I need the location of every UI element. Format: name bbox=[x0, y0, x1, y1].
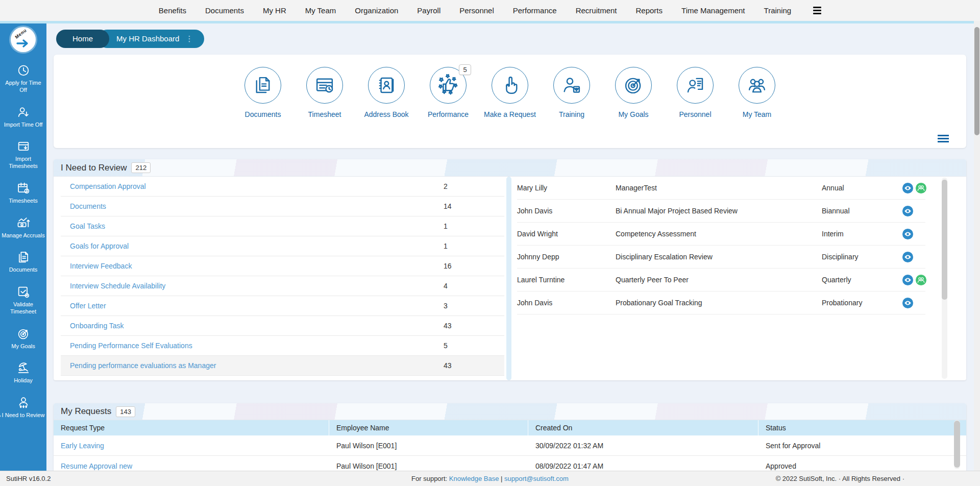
address-book-icon bbox=[376, 75, 397, 96]
review-category-row[interactable]: Offer Letter3 bbox=[61, 296, 504, 316]
card-menu-icon[interactable] bbox=[938, 135, 949, 142]
pending-review-row: John Davis Probationary Goal Tracking Pr… bbox=[517, 291, 925, 314]
tab-home[interactable]: Home bbox=[56, 30, 109, 48]
view-review-button[interactable] bbox=[902, 182, 914, 194]
team-review-button[interactable] bbox=[915, 182, 927, 194]
support-email-link[interactable]: support@sutisoft.com bbox=[504, 475, 569, 482]
nav-menu-icon[interactable] bbox=[813, 7, 821, 14]
target-icon bbox=[623, 75, 644, 96]
review-name: Disciplinary Escalation Review bbox=[616, 253, 822, 261]
review-category-row[interactable]: Onboarding Task43 bbox=[61, 316, 504, 336]
nav-time-management[interactable]: Time Management bbox=[681, 6, 745, 15]
request-type-link[interactable]: Early Leaving bbox=[61, 442, 104, 450]
sidebar-item-holiday[interactable]: Holiday bbox=[0, 361, 46, 384]
quick-access-card: Documents Timesheet Address Book 5 Perfo… bbox=[54, 55, 966, 148]
sidebar-item-timesheets[interactable]: Timesheets bbox=[0, 181, 46, 205]
view-review-button[interactable] bbox=[902, 251, 914, 263]
review-category-row[interactable]: Interview Schedule Availability4 bbox=[61, 276, 504, 296]
view-review-button[interactable] bbox=[902, 274, 914, 286]
person-stars-icon bbox=[16, 396, 31, 410]
sidebar-item-validate-timesheet[interactable]: Validate Timesheet bbox=[0, 285, 46, 315]
column-header-employee-name: Employee Name bbox=[329, 420, 528, 435]
gear-icon bbox=[0, 412, 2, 420]
sidebar-item-i-need-to-review[interactable]: I Need to Review bbox=[0, 396, 46, 419]
quick-action-my-team[interactable]: My Team bbox=[726, 67, 788, 119]
training-icon bbox=[561, 75, 582, 96]
documents-icon bbox=[252, 75, 274, 96]
sidebar-item-manage-accruals[interactable]: Manage Accruals bbox=[0, 216, 46, 239]
sidebar-item-import-timesheets[interactable]: Import Timesheets bbox=[0, 139, 46, 170]
review-category-row[interactable]: Interview Feedback16 bbox=[61, 256, 504, 276]
reviews-scrollbar[interactable] bbox=[942, 178, 947, 379]
sidebar-item-import-time-off[interactable]: Import Time Off bbox=[0, 105, 46, 129]
list-scrollbar[interactable] bbox=[506, 177, 511, 380]
review-category-row[interactable]: Goal Tasks1 bbox=[61, 216, 504, 236]
sidebar-item-documents[interactable]: Documents bbox=[0, 250, 46, 274]
nav-organization[interactable]: Organization bbox=[355, 6, 398, 15]
review-name: Bi Annual Major Project Based Review bbox=[616, 207, 822, 215]
quick-action-address-book[interactable]: Address Book bbox=[356, 67, 418, 119]
review-category-row[interactable]: Compensation Approval2 bbox=[61, 177, 504, 197]
review-category-row[interactable]: Goals for Approval1 bbox=[61, 236, 504, 256]
category-link[interactable]: Documents bbox=[70, 202, 106, 210]
category-link[interactable]: Interview Feedback bbox=[70, 262, 132, 270]
quick-action-make-a-request[interactable]: Make a Request bbox=[479, 67, 541, 119]
quick-action-personnel[interactable]: Personnel bbox=[665, 67, 726, 119]
category-link[interactable]: Offer Letter bbox=[70, 302, 106, 310]
request-created-on: 08/09/2022 01:47 AM bbox=[528, 462, 758, 470]
quick-action-my-goals[interactable]: My Goals bbox=[603, 67, 665, 119]
nav-my-hr[interactable]: My HR bbox=[263, 6, 286, 15]
menu-toggle-button[interactable]: Menu bbox=[11, 27, 36, 52]
review-category-row[interactable]: Pending performance evaluations as Manag… bbox=[61, 356, 504, 376]
quick-action-timesheet[interactable]: Timesheet bbox=[294, 67, 356, 119]
sidebar-item-my-goals[interactable]: My Goals bbox=[0, 327, 46, 350]
view-review-button[interactable] bbox=[902, 297, 914, 309]
requests-scrollbar[interactable] bbox=[954, 420, 960, 469]
view-review-button[interactable] bbox=[902, 228, 914, 240]
nav-documents[interactable]: Documents bbox=[205, 6, 244, 15]
view-review-button[interactable] bbox=[902, 205, 914, 217]
my-requests-header: My Requests 143 bbox=[54, 403, 966, 420]
separator: | bbox=[501, 475, 502, 482]
request-status: Approved bbox=[758, 462, 966, 470]
quick-action-performance[interactable]: 5 Performance bbox=[418, 67, 479, 119]
pending-review-row: David Wright Competency Assessment Inter… bbox=[517, 223, 925, 246]
documents-icon bbox=[16, 250, 31, 264]
tab-my-hr-dashboard[interactable]: My HR Dashboard ⋮ bbox=[98, 30, 204, 48]
quick-action-documents[interactable]: Documents bbox=[232, 67, 294, 119]
app-version: SutiHR v16.0.2 bbox=[6, 471, 51, 486]
tab-options-icon[interactable]: ⋮ bbox=[185, 30, 193, 48]
nav-reports[interactable]: Reports bbox=[636, 6, 663, 15]
i-need-to-review-section: I Need to Review 212 Compensation Approv… bbox=[54, 159, 966, 380]
support-label: For support: bbox=[411, 475, 447, 482]
employee-name: Laurel Turntine bbox=[517, 276, 616, 284]
category-link[interactable]: Compensation Approval bbox=[70, 182, 146, 190]
category-link[interactable]: Goal Tasks bbox=[70, 222, 105, 230]
request-type-link[interactable]: Resume Approval new bbox=[61, 462, 132, 470]
sidebar-item-apply-for-time-off[interactable]: Apply for Time Off bbox=[0, 63, 46, 94]
nav-payroll[interactable]: Payroll bbox=[417, 6, 440, 15]
employee-name: Johnny Depp bbox=[517, 253, 616, 261]
knowledge-base-link[interactable]: Knowledge Base bbox=[449, 475, 499, 482]
review-count-badge: 212 bbox=[131, 162, 151, 173]
team-review-button[interactable] bbox=[915, 274, 927, 286]
review-category-row[interactable]: Documents14 bbox=[61, 197, 504, 216]
quick-action-training[interactable]: Training bbox=[541, 67, 603, 119]
nav-benefits[interactable]: Benefits bbox=[159, 6, 186, 15]
category-link[interactable]: Interview Schedule Availability bbox=[70, 282, 165, 290]
category-link[interactable]: Goals for Approval bbox=[70, 242, 129, 250]
nav-training[interactable]: Training bbox=[764, 6, 792, 15]
nav-performance[interactable]: Performance bbox=[513, 6, 557, 15]
category-link[interactable]: Onboarding Task bbox=[70, 322, 124, 330]
review-category-row[interactable]: Pending Performance Self Evaluations5 bbox=[61, 336, 504, 356]
page-scrollbar[interactable] bbox=[974, 21, 980, 471]
category-link[interactable]: Pending performance evaluations as Manag… bbox=[70, 361, 216, 370]
category-link[interactable]: Pending Performance Self Evaluations bbox=[70, 342, 192, 350]
nav-recruitment[interactable]: Recruitment bbox=[576, 6, 617, 15]
top-navigation: Benefits Documents My HR My Team Organiz… bbox=[0, 0, 980, 21]
nav-personnel[interactable]: Personnel bbox=[459, 6, 494, 15]
main-content: Home My HR Dashboard ⋮ Documents Timeshe… bbox=[46, 23, 980, 471]
scrollbar-thumb[interactable] bbox=[974, 27, 979, 135]
left-sidebar: Menu Apply for Time Off Import Time Off … bbox=[0, 23, 46, 471]
nav-my-team[interactable]: My Team bbox=[305, 6, 336, 15]
